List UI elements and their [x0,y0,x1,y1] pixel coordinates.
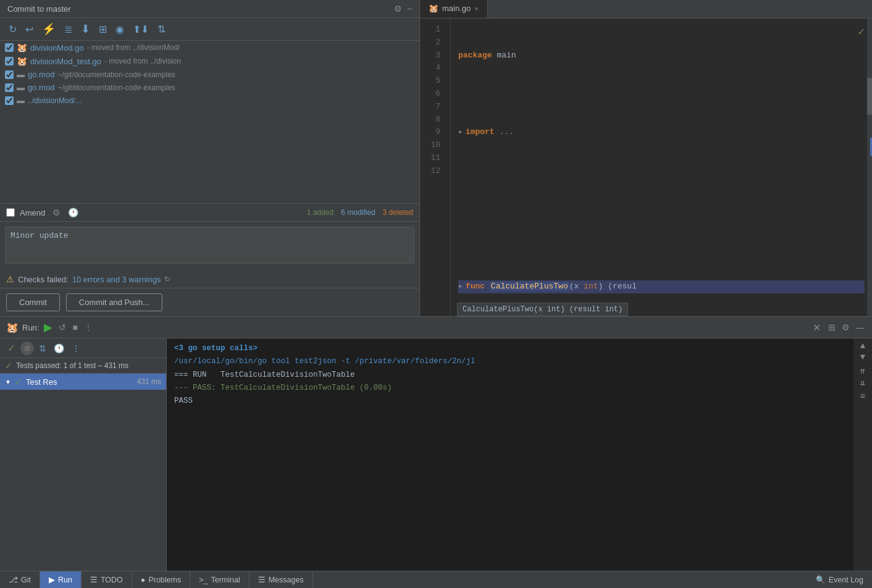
file-name-gomod1: go.mod [28,70,54,79]
sidebar-clock-button[interactable]: 🕐 [51,342,67,355]
git-icon: ⎇ [9,575,18,584]
file-checkbox-extra[interactable] [5,96,14,105]
download-button[interactable]: ⬇ [78,21,93,37]
file-checkbox-divisionmod[interactable] [5,43,14,52]
file-checkbox-gomod2[interactable] [5,83,14,92]
run-more-button[interactable]: ⋮ [83,321,94,334]
messages-icon: ☰ [258,575,266,584]
scroll-bottom-icon[interactable]: ⇊ [860,377,865,388]
expand-button[interactable]: ⬆⬇ [130,22,151,36]
status-item-messages[interactable]: ☰ Messages [249,571,313,588]
output-line-run: === RUN TestCalculateDivisionTwoTable [174,369,865,382]
test-result-item[interactable]: ▼ ✓ Test Res 431 ms [0,374,166,390]
sidebar-check-button[interactable]: ✓ [5,341,18,355]
scroll-top-icon[interactable]: ⇈ [860,366,865,376]
run-pin-button[interactable]: — [855,321,866,334]
terminal-icon: >_ [199,576,208,584]
header-icons: ⚙ − [394,4,412,14]
merge-button[interactable]: ⊞ [96,22,109,36]
run-close-button[interactable]: ✕ [813,322,821,334]
file-list: 🐹 divisionMod.go - moved from ../divisio… [0,41,419,203]
vertical-scrollbar[interactable] [867,19,872,316]
scrollbar-thumb [867,78,872,115]
commit-stats: 1 added 6 modified 3 deleted [307,208,413,217]
status-item-run[interactable]: ▶ Run [40,571,82,588]
code-area: package main ▸import ... ▸func Calculate… [451,19,872,316]
problems-icon: ● [141,576,146,584]
status-todo-label: TODO [101,576,123,584]
commit-button[interactable]: Commit [6,293,60,311]
status-run-label: Run [58,576,72,584]
file-item-divisionmod[interactable]: 🐹 divisionMod.go - moved from ../divisio… [0,41,419,54]
run-play-button[interactable]: ▶ [43,319,54,335]
editor-content: 1 2 3 4 5 6 7 8 9 10 11 12 package main [420,19,872,316]
tab-close-button[interactable]: × [474,5,478,12]
scroll-down-icon[interactable]: ▼ [860,352,865,362]
status-git-label: Git [21,576,31,584]
amend-checkbox[interactable] [6,208,15,217]
code-line-4 [458,165,865,178]
undo-button[interactable]: ↩ [23,22,36,36]
stat-added: 1 added [307,208,333,217]
editor-tabs: 🐹 main.go × [420,0,872,19]
commit-toolbar: ↻ ↩ ⚡ ≣ ⬇ ⊞ ◉ ⬆⬇ ⇅ [0,18,419,41]
run-layout-button[interactable]: ⊞ [827,321,837,334]
status-item-terminal[interactable]: >_ Terminal [190,571,249,588]
file-name-divisionmod: divisionMod.go [30,43,84,52]
test-duration: 431 ms [137,377,161,386]
event-log-item[interactable]: 🔍 Event Log [807,571,872,588]
diff-button[interactable]: ≣ [62,22,75,36]
amend-clock-icon[interactable]: 🕐 [68,208,78,217]
commit-push-button[interactable]: Commit and Push... [66,293,162,311]
file-checkbox-divisionmod-test[interactable] [5,57,14,65]
file-icon-divisionmod: 🐹 [17,43,27,52]
file-path-divisionmod-test: - moved from ../division [104,57,181,65]
tooltip-box: CalculatePlusTwo(x int) (result int) [457,303,628,316]
fast-forward-button[interactable]: ⚡ [40,21,58,37]
file-item-gomod2[interactable]: ▬ go.mod ~/git/documentation-code-exampl… [0,81,419,94]
search-icon: 🔍 [816,575,826,584]
sidebar-sort-button[interactable]: ⇅ [36,342,49,355]
refresh-checks-icon[interactable]: ↻ [164,275,170,284]
code-line-3: ▸import ... [458,126,865,139]
file-item-divisionmod-test[interactable]: 🐹 divisionMod_test.go - moved from ../di… [0,54,419,68]
sidebar-block-button[interactable]: ⊘ [20,342,34,355]
status-item-git[interactable]: ⎇ Git [0,571,40,588]
warning-icon: ⚠ [6,274,14,284]
refresh-button[interactable]: ↻ [6,22,19,36]
code-line-7: ▸func CalculatePlusTwo(x int) (resul [458,280,865,293]
editor-tab-maingo[interactable]: 🐹 main.go × [420,0,488,18]
collapse-button[interactable]: ⇅ [155,22,168,36]
commit-panel: Commit to master ⚙ − ↻ ↩ ⚡ ≣ ⬇ ⊞ ◉ ⬆⬇ ⇅ … [0,0,420,316]
checks-link[interactable]: 10 errors and 3 warnings [72,275,161,284]
code-line-5 [458,203,865,216]
commit-message-input[interactable]: Minor update [5,227,414,264]
minimize-icon[interactable]: − [407,4,412,14]
scroll-up-icon[interactable]: ▲ [860,341,865,351]
test-result-label: Test Res [26,377,57,387]
eye-button[interactable]: ◉ [113,22,127,36]
run-rerun-button[interactable]: ↺ [57,321,67,334]
run-stop-button[interactable]: ■ [71,321,78,334]
scroll-settings-icon[interactable]: ≡ [860,392,865,401]
output-line-setup: <3 go setup calls> [174,342,865,355]
settings-icon[interactable]: ⚙ [394,4,402,14]
sidebar-dots-button[interactable]: ⋮ [69,342,83,355]
amend-settings-icon[interactable]: ⚙ [52,208,61,217]
file-path-gomod1: ~/git/documentation-code-examples [57,70,175,79]
run-output: <3 go setup calls> /usr/local/go/bin/go … [167,338,872,571]
run-settings-button[interactable]: ⚙ [841,321,851,334]
code-line-2 [458,88,865,101]
status-terminal-label: Terminal [211,576,240,584]
file-item-extra[interactable]: ▬ ../divisionMod/... [0,94,419,107]
code-editor: 🐹 main.go × 1 2 3 4 5 6 7 8 9 10 11 12 [420,0,872,316]
output-scrollbars: ▲ ▼ ⇈ ⇊ ≡ [853,338,872,571]
file-checkbox-gomod1[interactable] [5,70,14,79]
status-item-problems[interactable]: ● Problems [132,571,190,588]
line-numbers: 1 2 3 4 5 6 7 8 9 10 11 12 [420,19,451,316]
file-item-gomod1[interactable]: ▬ go.mod ~/git/documentation-code-exampl… [0,68,419,81]
file-path-divisionmod: - moved from ../divisionMod/ [87,43,180,52]
status-item-todo[interactable]: ☰ TODO [82,571,132,588]
status-messages-label: Messages [269,576,304,584]
checks-label: Checks failed: [18,275,69,284]
